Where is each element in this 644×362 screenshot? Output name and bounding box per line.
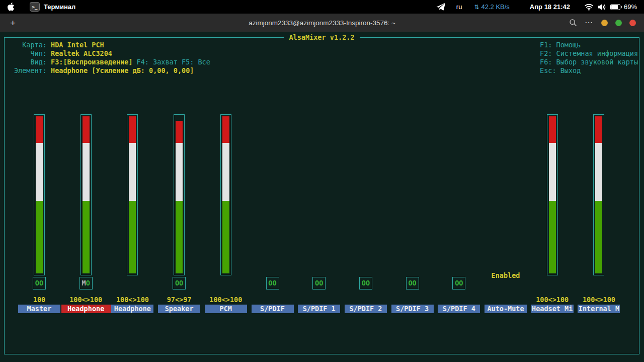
switch-char: O <box>319 279 323 287</box>
volume-bar <box>547 114 558 275</box>
channel-label: S/PDIF 2 <box>345 305 387 313</box>
volume-fill <box>36 116 43 273</box>
switch-char: O <box>175 279 179 287</box>
mute-switch: OO <box>452 277 465 289</box>
terminal-content[interactable]: AlsaMixer v1.2.2 Карта:HDA Intel PCH Чип… <box>0 32 644 362</box>
volume-icon[interactable] <box>598 4 606 11</box>
channel-7-s-pdif-2: OOS/PDIF 2 <box>343 113 389 320</box>
volume-bar <box>34 114 45 275</box>
volume-bar <box>593 114 604 275</box>
maximize-button[interactable] <box>615 20 622 26</box>
channel-label: Headphone <box>65 305 107 313</box>
minimize-button[interactable] <box>601 20 608 26</box>
mute-switch: OO <box>266 277 279 289</box>
channel-value: 100<>100 <box>576 296 622 304</box>
mixer-channels: OO100MasterMO100<>100Headphone100<>100He… <box>5 38 639 354</box>
volume-bar <box>220 114 231 275</box>
mute-switch: OO <box>359 277 372 289</box>
switch-char: O <box>413 279 417 287</box>
switch-char: O <box>268 279 272 287</box>
battery-percent: 69% <box>624 3 637 11</box>
channel-value: 100<>100 <box>529 296 576 304</box>
channel-1-headphone: MO100<>100Headphone <box>63 113 109 320</box>
volume-fill <box>129 116 136 273</box>
switch-char: O <box>86 279 90 287</box>
channel-value: 100 <box>16 296 62 304</box>
keyboard-layout-indicator[interactable]: ru <box>456 3 462 11</box>
alsamixer-frame: AlsaMixer v1.2.2 Карта:HDA Intel PCH Чип… <box>4 37 639 354</box>
automute-status: Enabled <box>482 271 529 279</box>
volume-fill <box>83 116 90 273</box>
switch-char: O <box>459 279 463 287</box>
active-app-title[interactable]: Терминал <box>44 3 75 11</box>
channel-label: S/PDIF <box>252 305 294 313</box>
network-speed-value: 42.2 KB/s <box>481 3 509 11</box>
window-title: azimjonm2333@azimjonm2333-Inspiron-3576:… <box>0 19 644 27</box>
switch-char: O <box>35 279 39 287</box>
channel-0-master: OO100Master <box>16 113 62 320</box>
mute-switch: OO <box>312 277 326 289</box>
channel-label: S/PDIF 3 <box>391 305 434 313</box>
channel-value: 100<>100 <box>109 296 155 304</box>
switch-char: O <box>362 279 366 287</box>
clock[interactable]: Апр 18 21:42 <box>530 3 570 11</box>
switch-char: O <box>39 279 43 287</box>
channel-label: Internal M <box>578 305 620 313</box>
mute-switch: OO <box>406 277 419 289</box>
volume-fill <box>176 116 183 273</box>
volume-fill <box>549 116 556 273</box>
system-top-bar: >_ Терминал ru ⇅ 42.2 KB/s Апр 18 21:42 <box>0 0 644 14</box>
channel-4-pcm: 100<>100PCM <box>203 113 249 320</box>
terminal-app-icon[interactable]: >_ <box>30 2 40 12</box>
volume-fill <box>595 116 602 273</box>
channel-6-s-pdif-1: OOS/PDIF 1 <box>296 113 342 320</box>
apple-menu-icon[interactable] <box>7 3 15 11</box>
channel-12-internal-m: 100<>100Internal M <box>576 113 622 320</box>
volume-bar <box>80 114 92 275</box>
switch-char: M <box>82 279 86 287</box>
screen: >_ Терминал ru ⇅ 42.2 KB/s Апр 18 21:42 <box>0 0 644 362</box>
channel-9-s-pdif-4: OOS/PDIF 4 <box>436 113 482 320</box>
volume-fill <box>222 116 229 273</box>
channel-label: S/PDIF 1 <box>298 305 340 313</box>
window-header-actions: ⋯ <box>569 19 636 27</box>
channel-label: Auto-Mute <box>485 305 527 313</box>
wifi-icon[interactable] <box>584 3 594 11</box>
channel-value: 97<>97 <box>156 296 202 304</box>
switch-char: O <box>179 279 183 287</box>
new-tab-button[interactable]: + <box>10 18 16 28</box>
channel-10-auto-mute: EnabledAuto-Mute <box>482 113 529 320</box>
mute-switch: MO <box>79 277 93 289</box>
channel-label: Headset Mi <box>531 305 574 313</box>
channel-5-s-pdif: OOS/PDIF <box>250 113 296 320</box>
channel-label: S/PDIF 4 <box>438 305 480 313</box>
channel-value: 100<>100 <box>63 296 109 304</box>
switch-char: O <box>273 279 277 287</box>
mute-switch: OO <box>173 277 186 289</box>
channel-11-headset-mi: 100<>100Headset Mi <box>529 113 576 320</box>
search-icon[interactable] <box>569 19 577 27</box>
channel-value: 100<>100 <box>203 296 249 304</box>
volume-bar <box>174 114 185 275</box>
switch-char: O <box>315 279 319 287</box>
channel-8-s-pdif-3: OOS/PDIF 3 <box>389 113 436 320</box>
network-speed-indicator[interactable]: ⇅ 42.2 KB/s <box>474 3 509 11</box>
menu-icon[interactable]: ⋯ <box>585 19 594 27</box>
battery-icon[interactable] <box>610 4 622 10</box>
telegram-icon[interactable] <box>436 3 445 11</box>
switch-char: O <box>408 279 412 287</box>
selection-marker-icon <box>61 305 65 313</box>
channel-label: PCM <box>205 305 247 313</box>
switch-char: O <box>366 279 370 287</box>
channel-label: Speaker <box>158 305 200 313</box>
close-button[interactable] <box>629 20 636 26</box>
mute-switch: OO <box>33 277 46 289</box>
channel-3-speaker: OO97<>97Speaker <box>156 113 202 320</box>
channel-label: Headphone <box>111 305 153 313</box>
channel-label: Master <box>18 305 60 313</box>
terminal-window-header: + azimjonm2333@azimjonm2333-Inspiron-357… <box>0 14 644 32</box>
volume-bar <box>127 114 138 275</box>
channel-2-headphone: 100<>100Headphone <box>109 113 155 320</box>
system-tray: ru ⇅ 42.2 KB/s Апр 18 21:42 <box>436 3 639 11</box>
updown-arrows-icon: ⇅ <box>474 4 479 11</box>
